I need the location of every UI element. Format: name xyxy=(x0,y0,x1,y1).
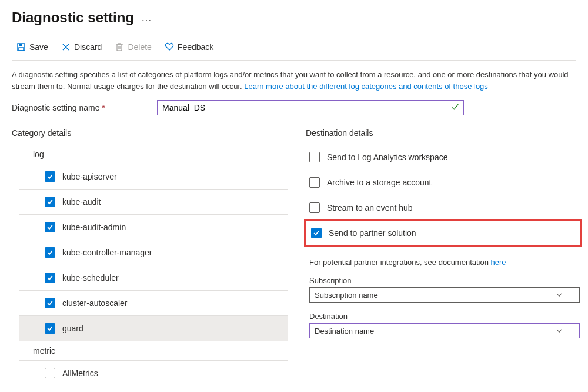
destination-row[interactable]: Send to Log Analytics workspace xyxy=(306,145,580,170)
setting-name-input[interactable] xyxy=(157,100,464,115)
close-icon xyxy=(61,42,71,52)
category-label: kube-controller-manager xyxy=(62,248,152,257)
checkbox[interactable] xyxy=(45,247,55,258)
checkbox[interactable] xyxy=(45,171,55,182)
checkbox[interactable] xyxy=(45,197,55,207)
more-icon[interactable]: … xyxy=(141,12,152,24)
chevron-down-icon xyxy=(556,291,563,298)
category-label: guard xyxy=(62,324,83,333)
name-label: Diagnostic setting name * xyxy=(12,103,150,112)
destination-details-title: Destination details xyxy=(306,128,580,138)
save-icon xyxy=(16,42,26,52)
name-field-row: Diagnostic setting name * xyxy=(12,100,576,115)
subscription-label: Subscription xyxy=(309,276,580,285)
required-asterisk: * xyxy=(102,103,105,112)
feedback-button[interactable]: Feedback xyxy=(160,40,218,54)
destination-label: Send to Log Analytics workspace xyxy=(327,152,447,162)
checkbox[interactable] xyxy=(45,368,55,378)
checkmark-icon xyxy=(451,103,459,113)
chevron-down-icon xyxy=(556,327,563,334)
destination-label: Archive to a storage account xyxy=(327,178,431,187)
category-group-metric: metric xyxy=(19,341,288,361)
category-row-kube-scheduler[interactable]: kube-scheduler xyxy=(19,265,288,291)
description-text: A diagnostic setting specifies a list of… xyxy=(12,69,576,92)
destination-label: Send to partner solution xyxy=(329,228,416,238)
category-label: kube-apiserver xyxy=(62,172,117,181)
category-label: kube-audit xyxy=(62,197,101,207)
checkbox[interactable] xyxy=(309,177,320,188)
partner-doc-link[interactable]: here xyxy=(491,258,506,267)
category-label: AllMetrics xyxy=(62,368,98,378)
category-label: kube-audit-admin xyxy=(62,222,126,232)
save-button[interactable]: Save xyxy=(12,40,53,54)
page-header: Diagnostic setting … xyxy=(12,9,576,26)
discard-button[interactable]: Discard xyxy=(56,40,106,54)
category-row-kube-apiserver[interactable]: kube-apiserver xyxy=(19,164,288,190)
checkbox[interactable] xyxy=(45,298,55,308)
subscription-select[interactable]: Subscription name xyxy=(309,287,580,303)
checkbox[interactable] xyxy=(45,323,55,334)
checkbox[interactable] xyxy=(309,152,320,162)
delete-button: Delete xyxy=(110,40,156,54)
heart-icon xyxy=(165,42,174,52)
category-row-kube-controller-manager[interactable]: kube-controller-manager xyxy=(19,240,288,265)
trash-icon xyxy=(115,42,124,52)
checkbox[interactable] xyxy=(45,273,55,283)
svg-rect-2 xyxy=(19,48,24,51)
destination-row[interactable]: Stream to an event hub xyxy=(306,195,580,221)
destination-select[interactable]: Destination name xyxy=(309,323,580,338)
destination-label: Stream to an event hub xyxy=(327,203,413,212)
destination-row[interactable]: Send to partner solution xyxy=(304,219,582,247)
svg-rect-1 xyxy=(19,44,22,46)
category-row-AllMetrics[interactable]: AllMetrics xyxy=(19,361,288,386)
category-row-kube-audit[interactable]: kube-audit xyxy=(19,190,288,215)
category-row-kube-audit-admin[interactable]: kube-audit-admin xyxy=(19,215,288,240)
category-label: cluster-autoscaler xyxy=(62,298,128,308)
destination-row[interactable]: Archive to a storage account xyxy=(306,170,580,195)
category-group-log: log xyxy=(19,145,288,164)
checkbox[interactable] xyxy=(309,202,320,213)
category-label: kube-scheduler xyxy=(62,273,119,283)
checkbox[interactable] xyxy=(311,228,322,238)
destination-label: Destination xyxy=(309,312,580,321)
category-row-guard[interactable]: guard xyxy=(19,316,288,341)
partner-note: For potential partner integrations, see … xyxy=(309,258,580,267)
checkbox[interactable] xyxy=(45,222,55,232)
category-row-cluster-autoscaler[interactable]: cluster-autoscaler xyxy=(19,291,288,316)
category-details-title: Category details xyxy=(12,128,288,138)
page-title: Diagnostic setting xyxy=(12,9,134,26)
learn-more-link[interactable]: Learn more about the different log categ… xyxy=(244,82,488,91)
toolbar: Save Discard Delete Feedback xyxy=(12,40,576,61)
